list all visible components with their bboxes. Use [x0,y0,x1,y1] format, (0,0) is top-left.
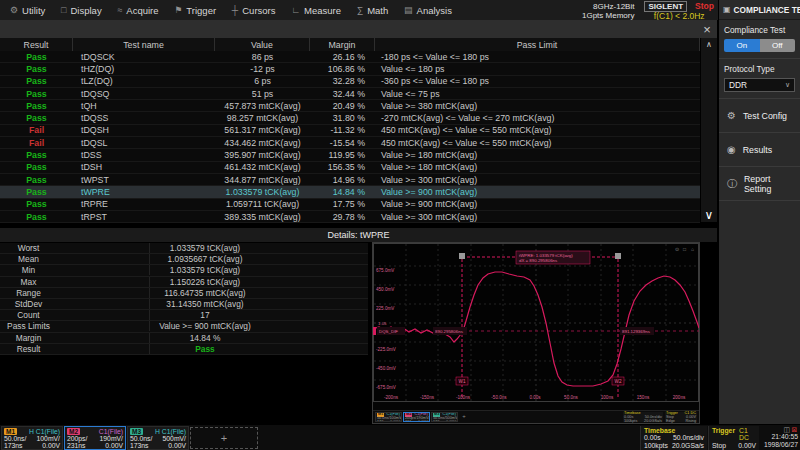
timebase-block[interactable]: Timebase 0.00s50.0ns/div 100kpts20.0GSa/… [640,426,707,450]
sidebar-item-test-config[interactable]: ⚙Test Config [719,99,800,133]
vdiv-value: 500mV/ [163,435,186,442]
cursor2-readout: 891.129369ns [622,329,651,334]
ruler-icon: ∟ [291,5,300,15]
test-name-cell: tWPRE [73,187,215,197]
menu-label: Analysis [417,5,452,16]
acq-state-badge[interactable]: Stop [695,2,714,11]
protocol-dropdown[interactable]: DDR ∨ [724,78,795,92]
x-tick: -100ns [456,395,471,400]
cursor-w2-handle[interactable] [615,253,621,259]
limit-cell: Value <= 75 ps [375,89,700,99]
limit-cell: -270 mtCK(avg) <= Value <= 270 mtCK(avg) [375,113,700,123]
margin-cell: 32.44 % [310,89,375,99]
table-row[interactable]: PasstHZ(DQ)-12 ps106.86 %Value <= 180 ps [0,63,700,75]
menu-item-measure[interactable]: ∟Measure [291,5,341,16]
table-row[interactable]: PasstDQSQ51 ps32.44 %Value <= 75 ps [0,88,700,100]
value-cell: 434.462 mtCK(avg) [215,138,310,148]
menu-item-trigger[interactable]: ⚑Trigger [174,5,216,16]
value-cell: 389.335 mtCK(avg) [215,212,310,222]
result-cell: Pass [0,150,73,160]
table-row[interactable]: PasstQH457.873 mtCK(avg)20.49 %Value >= … [0,100,700,112]
header-pass-limit: Pass Limit [375,38,700,51]
limit-cell: Value >= 180 mtCK(avg) [375,150,700,160]
channel-box-m2[interactable]: M2C1(File) 200ps/190mV/ 231ns0.00V [64,426,126,450]
source-label: C1(File) [99,428,123,435]
channel-box-m3[interactable]: M3H C1(File) 50.0ns/500mV/ 173ns0.00V [127,426,189,450]
table-row-selected[interactable]: PasstWPRE1.033579 tCK(avg)14.84 %Value >… [0,186,700,198]
toggle-on-button[interactable]: On [724,39,760,52]
menu-item-acquire[interactable]: ≈Acquire [117,5,158,16]
value-cell: 98.257 mtCK(avg) [215,113,310,123]
channel-box-m1[interactable]: M1H C1(File) 50.0ns/100mV/ 173ns0.00V [1,426,63,450]
table-scrollbar[interactable]: ∧ ∨ [701,38,717,222]
detail-label: Worst [0,243,150,253]
marker-value: 1.05 [378,321,387,326]
detail-value: 14.84 % [150,333,368,343]
menu-item-math[interactable]: ∑Math [357,5,389,16]
sidebar-item-report-setting[interactable]: ⓘReport Setting [719,167,800,201]
test-name-cell: tDQSQ [73,89,215,99]
details-row: Worst1.033579 tCK(avg) [0,243,368,254]
details-row: Margin14.84 % [0,333,368,344]
snapshot-icon[interactable]: ⊙ [675,246,679,252]
m3-badge: M3 [130,428,143,435]
table-header: Result Test name Value Margin Pass Limit [0,38,700,51]
sidebar-item-label: Report Setting [744,174,800,194]
expand-icon[interactable]: □ [683,246,686,252]
menu-bar: ⚙Utility □Display ≈Acquire ⚑Trigger ┼Cur… [0,0,718,20]
result-cell: Pass [0,101,73,111]
limit-cell: Value >= 380 mtCK(avg) [375,101,700,111]
scroll-down-icon[interactable]: ∨ [701,208,717,222]
result-cell: Pass [0,175,73,185]
compliance-sidebar: ▣COMPLIANCE TEST Compliance Test On Off … [718,0,800,424]
cursor1-readout: 890.295806ns [435,329,464,334]
details-row: Min1.033579 tCK(avg) [0,265,368,276]
sidebar-item-results[interactable]: ◉Results [719,133,800,167]
m2-badge: M2 [67,428,80,435]
scroll-up-icon[interactable]: ∧ [701,38,717,50]
margin-cell: 31.80 % [310,113,375,123]
sidebar-header: ▣COMPLIANCE TEST [719,0,800,20]
menu-item-display[interactable]: □Display [61,5,102,16]
detail-label: Count [0,310,150,320]
menu-item-analysis[interactable]: ▤Analysis [404,5,452,16]
detail-label: Pass Limits [0,321,150,331]
cursor-w1-handle[interactable] [459,253,465,259]
table-row[interactable]: PasstDSS395.907 mtCK(avg)119.95 %Value >… [0,149,700,161]
trigger-state: Stop [712,442,726,449]
table-row[interactable]: PasstRPST389.335 mtCK(avg)29.78 %Value >… [0,211,700,223]
home-icon[interactable]: ⌂ [691,246,694,252]
cursor-w1-label: W1 [459,379,466,384]
menu-item-utility[interactable]: ⚙Utility [10,5,45,16]
tofs-value: 173ns [4,442,23,449]
test-name-cell: tHZ(DQ) [73,64,215,74]
clipboard-icon: ▣ [723,5,731,14]
waveform-viewer: tWPRE: 1.033579 tCK(avg) dX = 890.295806… [372,242,700,424]
margin-cell: 32.28 % [310,76,375,86]
table-row[interactable]: PasstWPST344.877 mtCK(avg)14.96 %Value >… [0,174,700,186]
test-name-cell: tDQSCK [73,52,215,62]
details-row: Range116.64735 mtCK(avg) [0,288,368,299]
result-cell: Pass [0,113,73,123]
results-table: PasstDQSCK86 ps26.16 %-180 ps <= Value <… [0,51,700,223]
table-row[interactable]: PasstDQSCK86 ps26.16 %-180 ps <= Value <… [0,51,700,63]
compliance-toggle: On Off [724,39,795,52]
trigger-source: C1 DC [739,427,756,442]
add-channel-button[interactable]: + [190,427,258,449]
detail-label: Max [0,277,150,287]
margin-cell: 106.86 % [310,64,375,74]
toggle-off-button[interactable]: Off [760,39,796,52]
table-row[interactable]: PasstRPRE1.059711 tCK(avg)17.75 %Value >… [0,199,700,211]
margin-cell: 29.78 % [310,212,375,222]
table-row[interactable]: PasstLZ(DQ)6 ps32.28 %-360 ps <= Value <… [0,76,700,88]
menu-item-cursors[interactable]: ┼Cursors [232,5,276,16]
table-row[interactable]: FailtDQSL434.462 mtCK(avg)-15.54 %450 mt… [0,137,700,149]
table-row[interactable]: FailtDQSH561.317 mtCK(avg)-11.32 %450 mt… [0,125,700,137]
trigger-block[interactable]: TriggerC1 DC Stop0.00V EdgeRising [708,426,759,450]
table-row[interactable]: PasstDQSS98.257 mtCK(avg)31.80 %-270 mtC… [0,112,700,124]
result-cell: Pass [0,64,73,74]
close-icon[interactable]: × [699,20,715,38]
detail-value: 1.033579 tCK(avg) [150,265,368,275]
table-row[interactable]: PasstDSH461.432 mtCK(avg)156.35 %Value >… [0,162,700,174]
margin-cell: 26.16 % [310,52,375,62]
